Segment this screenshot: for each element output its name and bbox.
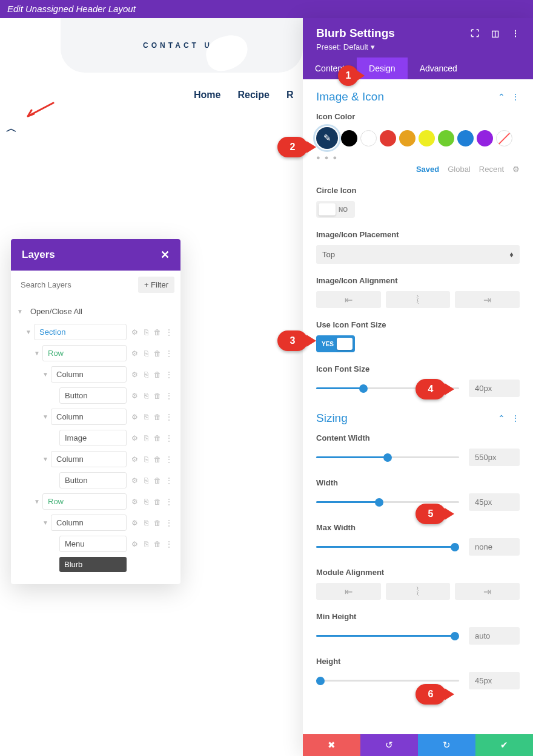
- top-bar-title: Edit Unassigned Header Layout: [7, 4, 136, 14]
- contact-area: CONTACT US: [61, 18, 303, 73]
- gear-icon[interactable]: ⚙: [512, 165, 520, 174]
- chevron-up-icon[interactable]: ⌃: [498, 413, 505, 423]
- open-close-all[interactable]: ▼ Open/Close All: [17, 301, 174, 321]
- color-swatch[interactable]: [360, 130, 377, 146]
- settings-header: Blurb Settings ⛶ ◫ ⋮ Preset: Default ▾: [303, 18, 533, 58]
- align-left-button[interactable]: ⇤: [316, 291, 381, 308]
- chevron-up-icon[interactable]: ⌃: [498, 92, 505, 102]
- alignment-label: Image/Icon Alignment: [316, 276, 520, 285]
- align-center-button[interactable]: ⦚: [386, 291, 451, 308]
- circle-icon-label: Circle Icon: [316, 186, 520, 195]
- color-swatch[interactable]: [419, 130, 435, 146]
- max-width-label: Max Width: [316, 523, 520, 532]
- layers-header: Layers ✕: [11, 239, 180, 271]
- use-font-size-toggle[interactable]: YES: [316, 335, 355, 352]
- module-align-center-button[interactable]: ⦚: [386, 583, 451, 600]
- layer-row-row[interactable]: ▼Row⚙⎘🗑⋮: [17, 343, 174, 364]
- color-swatch[interactable]: ✎: [316, 127, 338, 149]
- saved-tab[interactable]: Saved: [416, 165, 439, 174]
- layers-search-input[interactable]: [17, 277, 134, 293]
- tab-content[interactable]: Content: [303, 58, 357, 79]
- preset-label[interactable]: Preset: Default ▾: [316, 42, 520, 51]
- layers-tree: ▼ Open/Close All ▼Section⚙⎘🗑⋮▼Row⚙⎘🗑⋮▼Co…: [11, 299, 180, 584]
- recent-tab[interactable]: Recent: [479, 165, 504, 174]
- width-value[interactable]: 45px: [469, 493, 520, 511]
- contact-blob: [202, 31, 252, 74]
- layer-row-button[interactable]: Button⚙⎘🗑⋮: [17, 470, 174, 491]
- chevron-up-icon[interactable]: ︿: [6, 121, 17, 136]
- placement-select[interactable]: Top♦: [316, 245, 520, 264]
- settings-tabs: Content Design Advanced: [303, 58, 533, 79]
- top-bar: Edit Unassigned Header Layout: [0, 0, 533, 18]
- settings-panel: Blurb Settings ⛶ ◫ ⋮ Preset: Default ▾ C…: [303, 18, 533, 756]
- height-slider[interactable]: [316, 680, 459, 682]
- min-height-label: Min Height: [316, 612, 520, 621]
- height-value[interactable]: 45px: [469, 672, 520, 689]
- layer-row-menu[interactable]: Menu⚙⎘🗑⋮: [17, 533, 174, 554]
- content-width-value[interactable]: 550px: [469, 449, 520, 466]
- layer-row-button[interactable]: Button⚙⎘🗑⋮: [17, 385, 174, 406]
- max-width-slider[interactable]: [316, 546, 459, 548]
- more-dots-icon[interactable]: ● ● ●: [316, 154, 520, 161]
- panel-icon[interactable]: ◫: [491, 28, 499, 38]
- color-swatch[interactable]: [380, 130, 396, 146]
- icon-color-label: Icon Color: [316, 112, 520, 121]
- section-more-icon[interactable]: ⋮: [511, 92, 520, 102]
- align-right-button[interactable]: ⇥: [455, 291, 520, 308]
- font-size-slider[interactable]: [316, 387, 459, 389]
- layers-filter-button[interactable]: + Filter: [138, 277, 174, 293]
- layer-row-column[interactable]: ▼Column⚙⎘🗑⋮: [17, 449, 174, 470]
- discard-button[interactable]: ✖: [303, 734, 360, 756]
- layer-row-column[interactable]: ▼Column⚙⎘🗑⋮: [17, 512, 174, 533]
- content-width-slider[interactable]: [316, 456, 459, 458]
- color-swatch[interactable]: [438, 130, 454, 146]
- bottom-action-bar: ✖ ↺ ↻ ✔: [303, 734, 533, 756]
- color-swatch[interactable]: [399, 130, 415, 146]
- section-image-icon[interactable]: Image & Icon ⌃⋮: [316, 90, 520, 104]
- layer-row-blurb[interactable]: Blurb⚙⎘🗑⋮: [17, 554, 174, 574]
- content-width-label: Content Width: [316, 433, 520, 442]
- circle-icon-toggle[interactable]: NO: [316, 201, 355, 218]
- min-height-value[interactable]: auto: [469, 627, 520, 645]
- color-swatch[interactable]: [457, 130, 474, 146]
- section-sizing[interactable]: Sizing ⌃⋮: [316, 412, 520, 425]
- red-arrow-annotation: [24, 102, 55, 120]
- layers-close-icon[interactable]: ✕: [161, 248, 170, 261]
- min-height-slider[interactable]: [316, 635, 459, 637]
- font-size-value[interactable]: 40px: [469, 380, 520, 397]
- layer-row-section[interactable]: ▼Section⚙⎘🗑⋮: [17, 321, 174, 343]
- layer-row-image[interactable]: Image⚙⎘🗑⋮: [17, 427, 174, 449]
- color-swatch[interactable]: [477, 130, 493, 146]
- tab-advanced[interactable]: Advanced: [408, 58, 469, 79]
- color-swatch-none[interactable]: [496, 130, 512, 146]
- global-tab[interactable]: Global: [448, 165, 471, 174]
- width-slider[interactable]: [316, 501, 459, 503]
- layer-row-row[interactable]: ▼Row⚙⎘🗑⋮: [17, 491, 174, 512]
- nav-menu: Home Recipe R: [194, 90, 293, 100]
- layer-row-column[interactable]: ▼Column⚙⎘🗑⋮: [17, 364, 174, 385]
- module-alignment-label: Module Alignment: [316, 568, 520, 577]
- layers-search-row: + Filter: [11, 271, 180, 299]
- redo-button[interactable]: ↻: [418, 734, 475, 756]
- module-align-right-button[interactable]: ⇥: [455, 583, 520, 600]
- layers-title: Layers: [22, 249, 55, 261]
- nav-item-recipe[interactable]: Recipe: [237, 90, 269, 100]
- module-align-left-button[interactable]: ⇤: [316, 583, 381, 600]
- alignment-buttons: ⇤ ⦚ ⇥: [316, 291, 520, 308]
- undo-button[interactable]: ↺: [360, 734, 418, 756]
- color-swatches: ✎: [316, 127, 520, 149]
- font-size-label: Icon Font Size: [316, 364, 520, 373]
- color-swatch[interactable]: [341, 130, 357, 146]
- more-icon[interactable]: ⋮: [511, 28, 520, 38]
- use-font-size-label: Use Icon Font Size: [316, 320, 520, 329]
- max-width-value[interactable]: none: [469, 538, 520, 556]
- expand-icon[interactable]: ⛶: [471, 28, 479, 38]
- tab-design[interactable]: Design: [357, 58, 408, 79]
- layer-row-column[interactable]: ▼Column⚙⎘🗑⋮: [17, 406, 174, 427]
- nav-item-home[interactable]: Home: [194, 90, 220, 100]
- save-button[interactable]: ✔: [475, 734, 533, 756]
- module-alignment-buttons: ⇤ ⦚ ⇥: [316, 583, 520, 600]
- nav-item-r[interactable]: R: [286, 90, 294, 100]
- section-more-icon[interactable]: ⋮: [511, 413, 520, 423]
- width-label: Width: [316, 478, 520, 487]
